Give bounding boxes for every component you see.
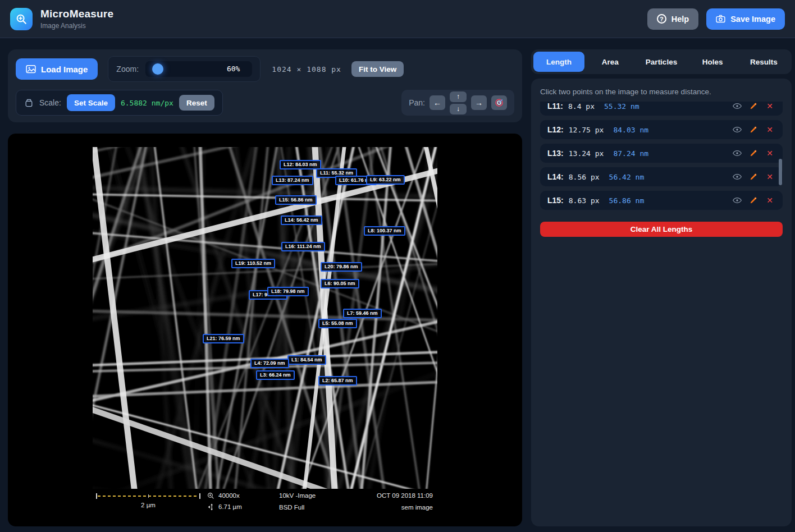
edit-pencil-icon[interactable] <box>748 173 759 181</box>
list-scrollbar-thumb[interactable] <box>779 159 782 185</box>
image-name-value: sem image <box>401 504 433 511</box>
arrow-right-icon: → <box>475 98 483 107</box>
zoom-control-group: Zoom: 60% <box>108 56 261 82</box>
measurement-label: L6: 90.05 nm <box>321 279 359 288</box>
length-panel: Click two points on the image to measure… <box>531 79 792 526</box>
measurement-nm: 55.32 nm <box>604 102 639 111</box>
sem-metadata-bar: 2 µm 40000x <box>93 489 437 513</box>
fit-to-view-button[interactable]: Fit to View <box>351 61 404 77</box>
pan-up-button[interactable]: ↑ <box>450 91 467 102</box>
measurement-label: L15: 56.86 nm <box>275 195 317 205</box>
measurement-id: L13: <box>547 149 564 158</box>
measurement-label: L9: 63.22 nm <box>366 175 405 185</box>
tab-area[interactable]: Area <box>584 52 636 72</box>
save-image-label: Save Image <box>730 15 775 24</box>
app-title: MicroMeasure <box>40 8 113 20</box>
load-image-button[interactable]: Load Image <box>16 58 98 80</box>
scale-value: 6.5882 nm/px <box>121 99 173 107</box>
magnification-value: 40000x <box>218 492 240 499</box>
center-view-button[interactable] <box>491 95 507 110</box>
measurement-label: L3: 66.24 nm <box>256 370 295 380</box>
delete-icon[interactable]: ✕ <box>764 125 775 134</box>
measurement-px: 13.24 px <box>569 149 604 158</box>
datetime-value: OCT 09 2018 11:09 <box>377 492 433 499</box>
measurement-label: L7: 59.46 nm <box>343 309 382 318</box>
instruction-text: Click two points on the image to measure… <box>540 88 783 96</box>
measurement-nm: 56.86 nm <box>609 196 645 205</box>
tab-results[interactable]: Results <box>738 52 789 72</box>
toolbar: Load Image Zoom: 60% 1024 × 1088 px Fit … <box>8 49 522 122</box>
measurement-label: L4: 72.09 nm <box>250 359 289 368</box>
measurement-label: L8: 100.37 nm <box>364 226 405 236</box>
image-icon <box>26 65 36 74</box>
pan-left-button[interactable]: ← <box>430 95 445 110</box>
measurement-label: L13: 87.24 nm <box>272 176 313 185</box>
delete-icon[interactable]: ✕ <box>764 172 775 181</box>
measurement-label: L2: 65.87 nm <box>318 376 357 386</box>
save-image-button[interactable]: Save Image <box>706 8 785 30</box>
measurement-label: L19: 110.52 nm <box>231 259 275 268</box>
measurement-label: L12: 84.03 nm <box>280 160 321 169</box>
sem-image[interactable]: 2 µm 40000x <box>93 147 437 513</box>
scale-bar-label: 2 µm <box>96 502 200 508</box>
delete-icon[interactable]: ✕ <box>764 196 775 205</box>
scale-bar <box>96 493 200 499</box>
app-subtitle: Image Analysis <box>40 22 113 30</box>
visibility-eye-icon[interactable] <box>732 173 743 180</box>
delete-icon[interactable]: ✕ <box>764 102 775 111</box>
edit-pencil-icon[interactable] <box>748 126 759 134</box>
measurement-row: L13: 13.24 px 87.24 nm ✕ <box>540 144 783 163</box>
arrow-left-icon: ← <box>433 98 441 107</box>
visibility-eye-icon[interactable] <box>732 150 743 157</box>
visibility-eye-icon[interactable] <box>732 103 743 109</box>
image-canvas-card: 2 µm 40000x <box>8 134 522 526</box>
tab-length[interactable]: Length <box>533 52 584 72</box>
help-button[interactable]: ? Help <box>647 8 698 30</box>
visibility-eye-icon[interactable] <box>732 197 743 204</box>
measurement-row: L11: 8.4 px 55.32 nm ✕ <box>540 102 783 116</box>
zoom-slider[interactable]: 60% <box>145 61 252 77</box>
zoom-label: Zoom: <box>116 65 139 74</box>
measurement-nm: 56.42 nm <box>609 173 645 181</box>
measurement-label: L21: 76.59 nm <box>203 334 244 343</box>
pan-right-button[interactable]: → <box>471 95 487 110</box>
pan-control-group: Pan: ← ↑ ↓ → <box>401 90 514 116</box>
edit-pencil-icon[interactable] <box>748 196 759 204</box>
zoom-slider-thumb[interactable] <box>152 63 163 75</box>
tab-holes[interactable]: Holes <box>687 52 738 72</box>
measurement-label: L1: 84.54 nm <box>287 355 326 365</box>
scale-label: Scale: <box>39 98 61 107</box>
tab-particles[interactable]: Particles <box>636 52 687 72</box>
pan-down-button[interactable]: ↓ <box>450 104 467 114</box>
measurement-nm: 87.24 nm <box>613 149 648 158</box>
measurement-id: L11: <box>547 102 563 111</box>
magnification-icon <box>207 492 214 499</box>
measurement-id: L14: <box>547 172 564 181</box>
brand: MicroMeasure Image Analysis <box>10 8 113 30</box>
edit-pencil-icon[interactable] <box>748 149 759 157</box>
measurement-list[interactable]: L11: 8.4 px 55.32 nm ✕ L12: 12.75 px 84.… <box>540 102 783 210</box>
tool-tabs: Length Area Particles Holes Results <box>531 49 792 74</box>
measurement-label: L20: 79.86 nm <box>321 262 362 272</box>
clear-all-lengths-button[interactable]: Clear All Lengths <box>540 222 783 237</box>
measurement-px: 8.56 px <box>569 173 600 181</box>
measurement-label: L14: 56.42 nm <box>281 215 322 225</box>
measurement-px: 12.75 px <box>569 126 604 134</box>
measurement-row: L14: 8.56 px 56.42 nm ✕ <box>540 167 783 186</box>
voltage-value: 10kV -Image <box>279 492 369 499</box>
camera-icon <box>716 15 725 23</box>
scale-control-group: Scale: Set Scale 6.5882 nm/px Reset <box>16 90 223 116</box>
edit-pencil-icon[interactable] <box>748 102 759 110</box>
measurement-label: L5: 55.08 nm <box>318 319 357 328</box>
arrow-up-icon: ↑ <box>456 93 460 100</box>
measurement-label: L16: 111.24 nm <box>281 242 325 251</box>
delete-icon[interactable]: ✕ <box>764 149 775 158</box>
reset-scale-button[interactable]: Reset <box>179 95 214 111</box>
sem-fibers-graphic <box>93 147 437 513</box>
visibility-eye-icon[interactable] <box>732 126 743 133</box>
target-icon <box>495 98 504 107</box>
measurement-nm: 84.03 nm <box>613 126 648 134</box>
set-scale-button[interactable]: Set Scale <box>67 94 115 111</box>
app-logo-magnifier-icon <box>10 8 33 30</box>
image-dimensions: 1024 × 1088 px <box>272 65 341 74</box>
